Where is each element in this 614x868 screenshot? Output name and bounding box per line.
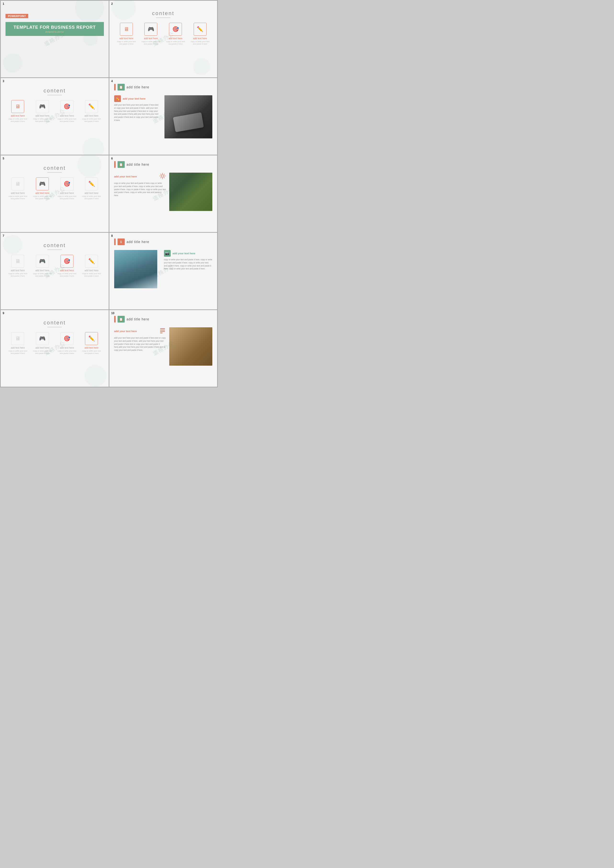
slide-10-body: add your text here.your text and paste i… bbox=[114, 337, 166, 352]
slide-6-sub-title: add your text here bbox=[114, 175, 137, 178]
items-photo bbox=[169, 327, 212, 366]
slide-8-sub-icon: 📷 bbox=[164, 250, 171, 257]
slide-8-body: copy or write your text and paste it her… bbox=[164, 258, 212, 270]
slide-8-image bbox=[114, 250, 157, 288]
s5-icon-item-1: 🎮 add text here copy or write your text … bbox=[33, 177, 52, 200]
cover-title: TEMPLATE FOR BUSINESS REPORT bbox=[10, 25, 99, 30]
slide-2-title: content bbox=[114, 10, 212, 17]
slide-9-title: content bbox=[6, 320, 104, 326]
s7-icon-desc-2: copy or write your text and paste it her… bbox=[57, 272, 77, 278]
slide-6-body: copy or write your text and paste it her… bbox=[114, 182, 166, 197]
slide-6-icon-box: 📋 bbox=[118, 161, 125, 168]
s9-icon-label-0: add text here bbox=[11, 346, 25, 349]
slide-5: 5 content 🖥 add text here copy or write … bbox=[1, 155, 109, 232]
slide-10-title-row: 📋 add title here bbox=[114, 316, 212, 324]
icon-desc-0: copy or write your text and paste it her… bbox=[117, 40, 136, 45]
s9-icon-desc-1: copy or write your text and paste it her… bbox=[33, 350, 52, 355]
s5-icon-desc-3: copy or write your text and paste it her… bbox=[82, 195, 101, 200]
slide-4-content: ✏️ add your text here add your text here… bbox=[114, 95, 212, 138]
s5-icon-box-2: 🎯 bbox=[60, 177, 73, 190]
s3-icon-label-3: add text here bbox=[84, 115, 98, 117]
s3-icon-desc-1: copy or write your text and paste it her… bbox=[33, 118, 52, 123]
slide-8-title-row: ℹ add title here bbox=[114, 239, 212, 247]
slide-10-sub-row: add your text here bbox=[114, 327, 166, 335]
cover-title-bar: TEMPLATE FOR BUSINESS REPORT designed by… bbox=[6, 22, 104, 36]
s7-icon-label-1: add text here bbox=[36, 269, 49, 272]
slide-8-content: 📷 add your text here copy or write your … bbox=[114, 250, 212, 288]
icon-box-1: 🎮 bbox=[144, 23, 157, 36]
s3-icon-label-0: add text here bbox=[11, 115, 25, 117]
s5-icon-label-1: add text here bbox=[36, 192, 49, 194]
slide-4: 4 📋 add title here ✏️ add your text here… bbox=[109, 78, 217, 155]
s9-icon-item-0: 🖥 add text here copy or write your text … bbox=[8, 332, 27, 355]
slide-6-content: add your text here copy or write your te… bbox=[114, 172, 212, 211]
icon-box-2: 🎯 bbox=[169, 23, 182, 36]
s3-icon-label-1: add text here bbox=[36, 115, 49, 117]
s9-icon-box-3: ✏️ bbox=[85, 332, 98, 345]
s5-icon-box-1: 🎮 bbox=[36, 177, 49, 190]
slide-8-sub-row: 📷 add your text here bbox=[164, 250, 212, 257]
slide-6-image bbox=[169, 172, 212, 211]
icon-box-0: 🖥 bbox=[120, 23, 133, 36]
phone-photo bbox=[164, 95, 212, 138]
s3-icon-box-0: 🖥 bbox=[11, 100, 24, 113]
s5-icon-label-3: add text here bbox=[84, 192, 98, 194]
svg-rect-1 bbox=[160, 328, 165, 329]
icon-desc-3: copy or write your text and paste it her… bbox=[191, 40, 210, 45]
slide-10-sub-title: add your text here bbox=[114, 330, 137, 332]
s9-icon-item-1: 🎮 add text here copy or write your text … bbox=[33, 332, 52, 355]
slide-9-divider bbox=[47, 327, 62, 327]
s9-icon-desc-3: copy or write your text and paste it her… bbox=[82, 350, 101, 355]
s9-icon-item-2: 🎯 add text here copy or write your text … bbox=[57, 332, 77, 355]
s5-icon-label-0: add text here bbox=[11, 192, 25, 194]
slide-9-icon-grid: 🖥 add text here copy or write your text … bbox=[6, 332, 104, 355]
s3-icon-item-0: 🖥 add text here copy or write your text … bbox=[8, 100, 27, 123]
slide-5-title: content bbox=[6, 165, 104, 171]
s7-icon-box-1: 🎮 bbox=[36, 255, 49, 268]
slide-2-divider bbox=[156, 17, 171, 18]
s7-icon-label-3: add text here bbox=[84, 269, 98, 272]
s3-icon-item-3: ✏️ add text here copy or write your text… bbox=[82, 100, 101, 123]
s9-icon-desc-0: copy or write your text and paste it her… bbox=[8, 350, 27, 355]
slide-10-content: add your text here add your text here.yo… bbox=[114, 327, 212, 366]
icon-box-3: ✏️ bbox=[194, 23, 206, 36]
slide-4-sub-title: add your text here bbox=[123, 97, 146, 100]
slide-2-icon-grid: 🖥 add text here copy or write your text … bbox=[114, 23, 212, 45]
s9-icon-box-1: 🎮 bbox=[36, 332, 49, 345]
s7-icon-item-1: 🎮 add text here copy or write your text … bbox=[33, 255, 52, 278]
icon-item-3: ✏️ add text here copy or write your text… bbox=[191, 23, 210, 45]
slide-4-sub-icon: ✏️ bbox=[114, 95, 121, 102]
s7-icon-box-2: 🎯 bbox=[60, 255, 73, 268]
s7-icon-box-3: ✏️ bbox=[85, 255, 98, 268]
s9-icon-label-2: add text here bbox=[60, 346, 74, 349]
svg-rect-4 bbox=[160, 332, 163, 333]
slide-6-title: add title here bbox=[127, 163, 149, 166]
s3-icon-desc-0: copy or write your text and paste it her… bbox=[8, 118, 27, 123]
s5-icon-desc-0: copy or write your text and paste it her… bbox=[8, 195, 27, 200]
slide-8-sub-title: add your text here bbox=[172, 252, 195, 255]
slide-3-icon-grid: 🖥 add text here copy or write your text … bbox=[6, 100, 104, 123]
slide-7-icon-grid: 🖥 add text here copy or write your text … bbox=[6, 255, 104, 278]
slide-4-icon-box: 📋 bbox=[118, 84, 125, 90]
svg-rect-3 bbox=[160, 331, 165, 332]
slide-8-accent bbox=[114, 239, 116, 245]
slide-9: 9 content 🖥 add text here copy or write … bbox=[1, 310, 109, 387]
icon-desc-2: copy or write your text and paste it her… bbox=[166, 40, 185, 45]
s5-icon-item-2: 🎯 add text here copy or write your text … bbox=[57, 177, 77, 200]
icon-label-1: add text here bbox=[144, 37, 158, 40]
icon-item-2: 🎯 add text here copy or write your text … bbox=[166, 23, 185, 45]
slide-3-title: content bbox=[6, 88, 104, 94]
slide-4-accent bbox=[114, 84, 116, 90]
slide-10-accent bbox=[114, 316, 116, 323]
s7-icon-label-2: add text here bbox=[60, 269, 74, 272]
s5-icon-item-0: 🖥 add text here copy or write your text … bbox=[8, 177, 27, 200]
slide-7: 7 content 🖥 add text here copy or write … bbox=[1, 233, 109, 309]
desk-photo bbox=[169, 172, 212, 211]
slide-1: 1 POWERPOINT TEMPLATE FOR BUSINESS REPOR… bbox=[1, 1, 109, 77]
slide-10-icon-box: 📋 bbox=[118, 316, 125, 323]
s5-icon-desc-2: copy or write your text and paste it her… bbox=[57, 195, 77, 200]
icon-item-1: 🎮 add text here copy or write your text … bbox=[141, 23, 160, 45]
s7-icon-item-2: 🎯 add text here copy or write your text … bbox=[57, 255, 77, 278]
s3-icon-desc-2: copy or write your text and paste it her… bbox=[57, 118, 77, 123]
s5-icon-box-3: ✏️ bbox=[85, 177, 98, 190]
